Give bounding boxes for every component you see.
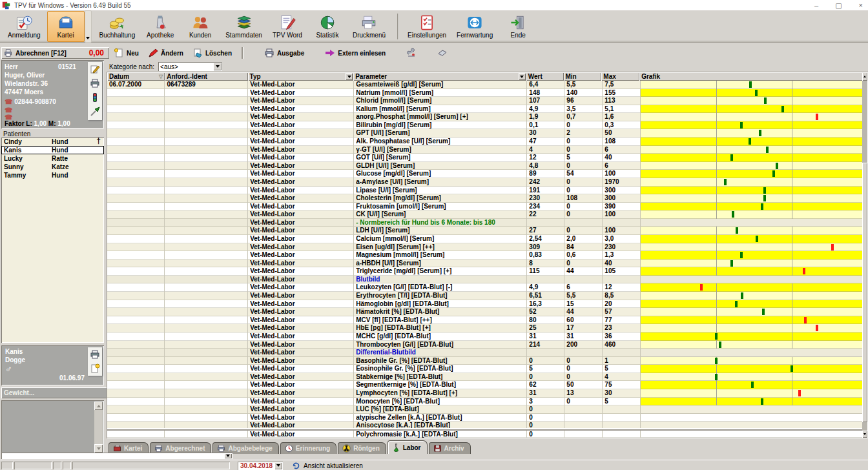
toolbar-button-tpvword[interactable]: TPV Word bbox=[269, 11, 306, 42]
action-button-ausgabe[interactable]: Ausgabe bbox=[260, 46, 309, 60]
lab-row[interactable]: Vet-Med-LaborPolychromasie [k.A.] [EDTA-… bbox=[107, 431, 863, 438]
category-select[interactable]: <aus> bbox=[158, 62, 222, 71]
abrechnen-button[interactable]: Abrechnen [F12] 0,00 bbox=[1, 47, 109, 59]
patient-list-item[interactable]: LuckyRatte bbox=[1, 154, 104, 163]
new-note-icon[interactable] bbox=[90, 363, 100, 374]
lab-row[interactable]: Vet-Med-LaborMagnesium [mmol/l] [Serum]0… bbox=[107, 251, 863, 260]
scroll-up-icon[interactable] bbox=[862, 72, 867, 81]
toolbar-button-kartei[interactable]: Kartei bbox=[47, 11, 85, 42]
action-button-loeschen[interactable]: Löschen bbox=[188, 46, 236, 60]
tab-erinnerung[interactable]: Erinnerung bbox=[280, 442, 336, 454]
lab-row[interactable]: Vet-Med-LaborMonocyten [%] [EDTA-Blut]30… bbox=[107, 398, 863, 406]
column-header-max[interactable]: Max bbox=[601, 72, 639, 81]
refresh-view-button[interactable]: Ansicht aktualisieren bbox=[292, 462, 363, 470]
lab-row[interactable]: Vet-Med-LaborStabkernige [%] [EDTA-Blut]… bbox=[107, 373, 863, 382]
filter-dropdown-icon[interactable] bbox=[519, 73, 526, 80]
lab-row[interactable]: Vet-Med-LaborAlk. Phosphatase [U/l] [Ser… bbox=[107, 138, 863, 146]
chevron-down-icon[interactable] bbox=[224, 453, 232, 458]
lab-row[interactable]: Vet-Med-Laboranorg.Phosphat [mmol/l] [Se… bbox=[107, 113, 863, 121]
patient-list-item[interactable]: CindyHund† bbox=[1, 138, 104, 146]
lab-row[interactable]: Vet-Med-LaborCholesterin [mg/dl] [Serum]… bbox=[107, 194, 863, 203]
weight-button[interactable]: Gewicht... bbox=[1, 387, 109, 398]
lab-row[interactable]: Vet-Med-LaborFruktosamin [umol/l] [Serum… bbox=[107, 203, 863, 211]
lab-row[interactable]: Vet-Med-LaborLDH [U/l] [Serum]270100 bbox=[107, 227, 863, 235]
lab-row[interactable]: Vet-Med-LaborBasophile Gr. [%] [EDTA-Blu… bbox=[107, 357, 863, 365]
lab-row[interactable]: Vet-Med-LaborLUC [%] [EDTA-Blut]0 bbox=[107, 405, 863, 414]
action-button-aendern[interactable]: Ändern bbox=[143, 46, 188, 60]
lab-row[interactable]: Vet-Med-Laborγ-GT [U/l] [Serum]406 bbox=[107, 146, 863, 154]
toolbar-button-apotheke[interactable]: Apotheke bbox=[141, 11, 179, 42]
lab-row[interactable]: Vet-Med-LaborAnisocytose [k.A.] [EDTA-Bl… bbox=[107, 422, 863, 430]
lab-row[interactable]: Vet-Med-Labor- Normbereich für Hund bis … bbox=[107, 219, 863, 227]
lab-row[interactable]: Vet-Med-LaborEosinophile Gr. [%] [EDTA-B… bbox=[107, 365, 863, 373]
action-button-extern[interactable]: Extern einlesen bbox=[320, 46, 390, 60]
lab-row[interactable]: Vet-Med-LaborBilirubin [mg/dl] [Serum]0,… bbox=[107, 121, 863, 130]
lab-row[interactable]: Vet-Med-LaborTriglyceride [mg/dl] [Serum… bbox=[107, 267, 863, 276]
scrollbar-thumb[interactable] bbox=[862, 163, 867, 422]
maximize-button[interactable]: ▢ bbox=[835, 0, 842, 10]
lab-row[interactable]: Vet-Med-Labora-Amylase [U/l] [Serum]2420… bbox=[107, 178, 863, 187]
lab-row[interactable]: Vet-Med-LaborErythrocyten [T/l] [EDTA-Bl… bbox=[107, 292, 863, 300]
lab-row[interactable]: Vet-Med-LaborSegmentkernige [%] [EDTA-Bl… bbox=[107, 381, 863, 389]
printer-icon[interactable] bbox=[90, 349, 100, 360]
lab-row[interactable]: Vet-Med-LaborLipase [U/l] [Serum]1910300 bbox=[107, 187, 863, 195]
lab-row[interactable]: Vet-Med-LaborCalcium [mmol/l] [Serum]2,5… bbox=[107, 235, 863, 243]
chevron-down-icon[interactable] bbox=[213, 63, 222, 70]
column-header-wert[interactable]: Wert bbox=[526, 72, 564, 81]
toolbar-button-statistik[interactable]: Statistik bbox=[309, 11, 346, 42]
lab-row[interactable]: Vet-Med-Laboratypische Zellen [k.A.] [ED… bbox=[107, 414, 863, 422]
toolbar-button-druckmenu[interactable]: Druckmenü bbox=[349, 11, 389, 42]
lab-row[interactable]: Vet-Med-LaborChlorid [mmol/l] [Serum]107… bbox=[107, 97, 863, 105]
lab-row[interactable]: Vet-Med-LaborGLDH [U/l] [Serum]4,806 bbox=[107, 162, 863, 170]
scroll-down-icon[interactable] bbox=[862, 431, 867, 438]
edit-note-icon[interactable] bbox=[90, 64, 100, 74]
lab-row[interactable]: Vet-Med-LaborKalium [mmol/l] [Serum]4,93… bbox=[107, 105, 863, 114]
lab-row[interactable]: Vet-Med-LaborGOT [U/l] [Serum]12540 bbox=[107, 154, 863, 162]
lab-row[interactable]: 06.07.200006473289Vet-Med-LaborGesamteiw… bbox=[107, 81, 863, 89]
lab-row[interactable]: Vet-Med-Labora-HBDH [U/l] [Serum]8040 bbox=[107, 260, 863, 268]
grid-scrollbar[interactable] bbox=[862, 72, 867, 438]
minimize-button[interactable]: – bbox=[814, 0, 818, 10]
toolbar-dropdown-button[interactable] bbox=[85, 10, 92, 43]
quick-select-combobox[interactable] bbox=[1, 453, 232, 459]
column-header-parameter[interactable]: Parameter bbox=[353, 72, 526, 81]
tab-archiv[interactable]: Archiv bbox=[429, 442, 471, 454]
scroll-up-icon[interactable] bbox=[94, 402, 103, 410]
lab-row[interactable]: Vet-Med-LaborGlucose [mg/dl] [Serum]8954… bbox=[107, 170, 863, 178]
lab-row[interactable]: Vet-Med-LaborGPT [U/l] [Serum]30250 bbox=[107, 129, 863, 138]
column-header-min[interactable]: Min bbox=[564, 72, 602, 81]
lab-row[interactable]: Vet-Med-LaborDifferential-Blutbild bbox=[107, 349, 863, 357]
chevron-down-icon[interactable] bbox=[274, 462, 282, 469]
lab-row[interactable]: Vet-Med-LaborLymphocyten [%] [EDTA-Blut]… bbox=[107, 389, 863, 398]
action-button-stamp[interactable] bbox=[402, 46, 421, 60]
patient-list-item[interactable]: TammyHund bbox=[1, 171, 104, 179]
date-select[interactable]: 30.04.2018 bbox=[238, 462, 283, 470]
notes-scrollbar[interactable] bbox=[94, 402, 103, 453]
tab-labor[interactable]: Labor bbox=[388, 440, 428, 454]
lab-row[interactable]: Vet-Med-LaborHbE [pg] [EDTA-Blut] [+]251… bbox=[107, 324, 863, 332]
action-button-eraser[interactable] bbox=[433, 46, 452, 60]
tab-rntgen[interactable]: Röntgen bbox=[338, 442, 386, 454]
lab-row[interactable]: Vet-Med-LaborNatrium [mmol/l] [Serum]148… bbox=[107, 89, 863, 97]
toolbar-button-kunden[interactable]: Kunden bbox=[181, 11, 219, 42]
toolbar-button-anmeldung[interactable]: Anmeldung bbox=[4, 11, 45, 42]
filter-dropdown-icon[interactable] bbox=[346, 73, 353, 80]
lab-row[interactable]: Vet-Med-LaborBlutbild bbox=[107, 276, 863, 284]
lab-row[interactable]: Vet-Med-LaborEisen [ug/dl] [Serum] [++]3… bbox=[107, 243, 863, 252]
column-header-grafik[interactable]: Grafik bbox=[639, 72, 863, 81]
pin-dart-icon[interactable] bbox=[90, 107, 100, 117]
toolbar-button-buchhaltung[interactable]: Buchhaltung bbox=[96, 11, 140, 42]
printer-icon[interactable] bbox=[90, 78, 100, 88]
toolbar-button-einstellungen[interactable]: Einstellungen bbox=[404, 11, 450, 42]
patient-list-item[interactable]: KanisHund bbox=[1, 146, 104, 154]
lab-row[interactable]: Vet-Med-LaborCK [U/l] [Serum]220100 bbox=[107, 210, 863, 219]
close-button[interactable]: × bbox=[859, 0, 863, 10]
lab-row[interactable]: Vet-Med-LaborHämoglobin [g/dl] [EDTA-Blu… bbox=[107, 300, 863, 309]
toolbar-button-ende[interactable]: Ende bbox=[499, 11, 537, 42]
scroll-down-icon[interactable] bbox=[94, 444, 103, 453]
column-header-anfordident[interactable]: Anford.-Ident bbox=[165, 72, 247, 81]
lab-row[interactable]: Vet-Med-LaborLeukozyten [G/l] [EDTA-Blut… bbox=[107, 283, 863, 292]
lab-row[interactable]: Vet-Med-LaborThrombocyten [G/l] [EDTA-Bl… bbox=[107, 341, 863, 349]
column-header-typ[interactable]: Typ bbox=[248, 72, 354, 81]
column-header-datum[interactable]: Datum▽ bbox=[107, 72, 165, 81]
